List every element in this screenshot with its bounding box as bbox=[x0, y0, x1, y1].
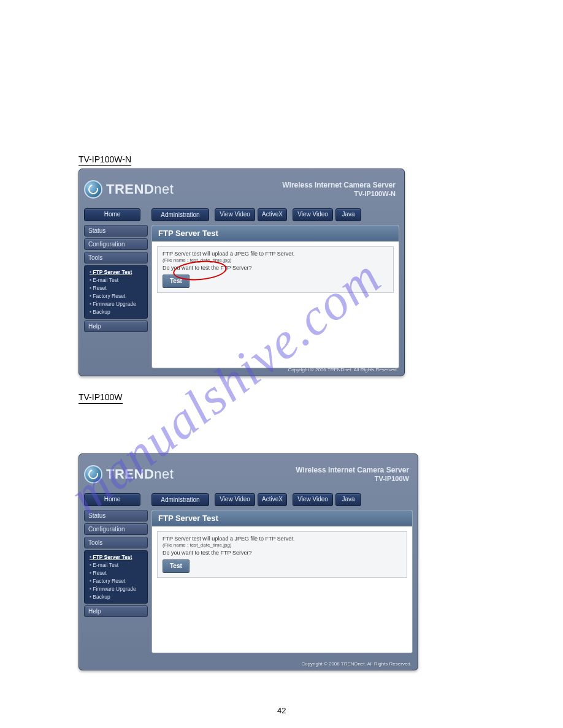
sidebar-item-ftp-test[interactable]: FTP Server Test bbox=[87, 553, 145, 561]
content-line2: (File name : test_date_time.jpg) bbox=[163, 257, 388, 264]
caption-top: TV-IP100W-N bbox=[79, 154, 131, 166]
logo-icon bbox=[84, 180, 102, 199]
content-line1: FTP Server test will upload a JPEG file … bbox=[163, 250, 388, 257]
sidebar-help[interactable]: Help bbox=[84, 605, 148, 617]
content-title: FTP Server Test bbox=[152, 510, 412, 526]
nav-home[interactable]: Home bbox=[84, 493, 140, 506]
sidebar-tools[interactable]: Tools bbox=[84, 537, 148, 548]
sidebar-item-email-test[interactable]: E-mail Test bbox=[87, 561, 145, 569]
sidebar-status[interactable]: Status bbox=[84, 225, 148, 237]
sidebar-tools-submenu: FTP Server Test E-mail Test Reset Factor… bbox=[84, 550, 148, 604]
nav-admin[interactable]: Administration bbox=[151, 493, 209, 506]
brand-text: TRENDnet bbox=[106, 466, 174, 482]
caption-bottom: TV-IP100W bbox=[79, 392, 123, 404]
content-pane: FTP Server Test FTP Server test will upl… bbox=[151, 510, 413, 653]
content-title: FTP Server Test bbox=[152, 226, 399, 241]
content-line2: (File name : test_date_time.jpg) bbox=[163, 542, 402, 549]
sidebar-config[interactable]: Configuration bbox=[84, 238, 148, 250]
logo-icon bbox=[84, 465, 102, 483]
nav-java[interactable]: Java bbox=[335, 493, 361, 506]
sidebar-item-reset[interactable]: Reset bbox=[87, 569, 145, 577]
test-button[interactable]: Test bbox=[163, 275, 190, 288]
sidebar-status[interactable]: Status bbox=[84, 510, 148, 521]
nav-view-video-1[interactable]: View Video bbox=[215, 208, 255, 221]
sidebar-item-reset[interactable]: Reset bbox=[87, 284, 145, 292]
sidebar-config[interactable]: Configuration bbox=[84, 523, 148, 535]
nav-view-video-1[interactable]: View Video bbox=[215, 493, 255, 506]
sidebar-item-backup[interactable]: Backup bbox=[87, 593, 145, 601]
content-pane: FTP Server Test FTP Server test will upl… bbox=[151, 225, 399, 368]
page-number: 42 bbox=[277, 706, 286, 715]
sidebar-help[interactable]: Help bbox=[84, 320, 148, 332]
sidebar: Status Configuration Tools FTP Server Te… bbox=[84, 225, 148, 368]
top-nav: Home Administration View Video ActiveX V… bbox=[79, 491, 418, 506]
sidebar-item-firmware[interactable]: Firmware Upgrade bbox=[87, 585, 145, 593]
panel-header: TRENDnet Wireless Internet Camera Server… bbox=[79, 454, 418, 491]
sidebar-tools[interactable]: Tools bbox=[84, 252, 148, 264]
nav-home[interactable]: Home bbox=[84, 208, 140, 221]
content-line3: Do you want to test the FTP Server? bbox=[163, 549, 402, 556]
copyright: Copyright © 2006 TRENDnet. All Rights Re… bbox=[288, 367, 398, 373]
content-box: FTP Server test will upload a JPEG file … bbox=[157, 246, 394, 293]
admin-panel-top: TRENDnet Wireless Internet Camera Server… bbox=[79, 169, 405, 376]
top-nav: Home Administration View Video ActiveX V… bbox=[79, 206, 404, 221]
sidebar-item-backup[interactable]: Backup bbox=[87, 308, 145, 316]
sidebar-item-factory-reset[interactable]: Factory Reset bbox=[87, 577, 145, 585]
content-line3: Do you want to test the FTP Server? bbox=[163, 264, 388, 271]
sidebar: Status Configuration Tools FTP Server Te… bbox=[84, 510, 148, 653]
nav-java[interactable]: Java bbox=[335, 208, 361, 221]
sidebar-item-factory-reset[interactable]: Factory Reset bbox=[87, 292, 145, 300]
header-title: Wireless Internet Camera Server TV-IP100… bbox=[296, 466, 412, 483]
sidebar-item-firmware[interactable]: Firmware Upgrade bbox=[87, 300, 145, 308]
nav-admin[interactable]: Administration bbox=[151, 208, 209, 221]
copyright: Copyright © 2006 TRENDnet. All Rights Re… bbox=[301, 661, 412, 667]
panel-header: TRENDnet Wireless Internet Camera Server… bbox=[79, 169, 404, 206]
sidebar-item-email-test[interactable]: E-mail Test bbox=[87, 276, 145, 284]
admin-panel-bottom: TRENDnet Wireless Internet Camera Server… bbox=[79, 453, 418, 670]
content-box: FTP Server test will upload a JPEG file … bbox=[157, 531, 407, 578]
nav-view-video-2[interactable]: View Video bbox=[293, 208, 333, 221]
sidebar-item-ftp-test[interactable]: FTP Server Test bbox=[87, 268, 145, 276]
content-line1: FTP Server test will upload a JPEG file … bbox=[163, 535, 402, 542]
nav-view-video-2[interactable]: View Video bbox=[293, 493, 333, 506]
test-button[interactable]: Test bbox=[163, 559, 190, 573]
brand-text: TRENDnet bbox=[106, 181, 174, 197]
sidebar-tools-submenu: FTP Server Test E-mail Test Reset Factor… bbox=[84, 265, 148, 319]
nav-activex[interactable]: ActiveX bbox=[258, 208, 287, 221]
header-title: Wireless Internet Camera Server TV-IP100… bbox=[282, 181, 398, 199]
nav-activex[interactable]: ActiveX bbox=[258, 493, 287, 506]
